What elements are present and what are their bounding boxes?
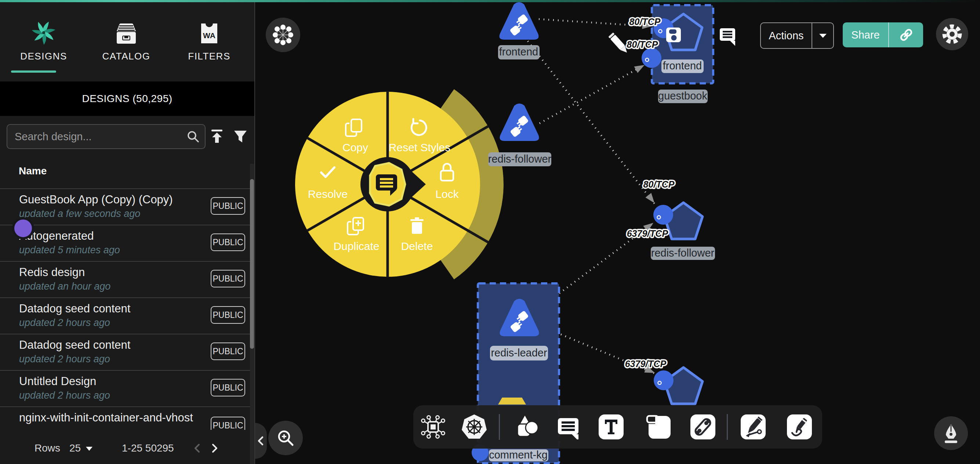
zoom-in-button[interactable] xyxy=(268,421,303,455)
shapes-tool[interactable] xyxy=(511,412,540,442)
tab-designs[interactable]: DESIGNS xyxy=(13,11,75,77)
design-row-4[interactable]: Datadog seed content updated 2 hours ago… xyxy=(0,334,250,371)
search-input[interactable] xyxy=(7,131,181,143)
name-column-header: Name xyxy=(19,165,47,177)
visibility-badge: PUBLIC xyxy=(211,270,245,287)
pen-tool-button[interactable] xyxy=(934,416,968,450)
tab-filters[interactable]: WA FILTERS xyxy=(178,11,240,77)
actions-label[interactable]: Actions xyxy=(761,23,811,48)
node-bottom-deployment[interactable] xyxy=(654,367,703,404)
edge-label-6379tcp-1: 6379/TCP xyxy=(627,228,668,239)
catalog-archive-icon xyxy=(95,11,158,45)
tab-catalog-label: CATALOG xyxy=(95,51,158,62)
wasm-filters-icon: WA xyxy=(178,11,240,45)
search-icon[interactable] xyxy=(181,126,205,148)
rows-label: Rows xyxy=(35,430,60,464)
caret-down-icon xyxy=(818,31,828,40)
redis-follower-deployment-label: redis-follower xyxy=(651,247,714,259)
designs-sidebar: DESIGNS CATALOG WA FILTERS DESIGNS xyxy=(0,2,255,464)
save-state-icon xyxy=(666,27,681,42)
tab-filters-label: FILTERS xyxy=(178,51,240,62)
zoom-in-icon xyxy=(276,428,296,448)
settings-button[interactable] xyxy=(936,18,968,50)
node-comment-yellow[interactable] xyxy=(498,397,526,405)
integration-components-tool[interactable] xyxy=(418,412,448,442)
radial-delete-label[interactable]: Delete xyxy=(401,240,433,252)
design-row-2[interactable]: Redis design updated an hour ago PUBLIC xyxy=(0,261,250,298)
note-card-tool[interactable] xyxy=(644,412,673,442)
design-row-3[interactable]: Datadog seed content updated 2 hours ago… xyxy=(0,297,250,335)
edge-pen-tool[interactable] xyxy=(738,412,768,442)
design-row-5[interactable]: Untitled Design updated 2 hours ago PUBL… xyxy=(0,370,250,407)
import-design-button[interactable] xyxy=(208,126,226,147)
relationship-link-tool[interactable] xyxy=(688,412,718,442)
search-box xyxy=(6,124,205,149)
chip-icon xyxy=(421,415,445,439)
pagination-range: 1-25 50295 xyxy=(122,430,174,464)
text-tool[interactable] xyxy=(597,412,626,442)
kubernetes-components-tool[interactable] xyxy=(460,412,489,442)
radial-reset-styles-label[interactable]: Reset Styles xyxy=(389,141,450,153)
comment-bubble-icon[interactable] xyxy=(720,28,735,46)
copy-link-button[interactable] xyxy=(889,22,923,47)
wa-badge-text: WA xyxy=(203,31,215,40)
radial-lock-label[interactable]: Lock xyxy=(435,188,459,200)
radial-context-menu[interactable]: Copy Reset Styles Lock Delete Duplicate … xyxy=(295,89,504,279)
visibility-badge: PUBLIC xyxy=(211,306,245,324)
top-accent-strip xyxy=(0,0,980,2)
filter-funnel-button[interactable] xyxy=(231,126,250,147)
comment-tool[interactable] xyxy=(554,412,583,442)
chain-link-icon xyxy=(690,414,716,440)
kubernetes-icon xyxy=(461,413,488,440)
radial-copy-label[interactable]: Copy xyxy=(342,141,368,153)
redis-leader-label: redis-leader xyxy=(491,347,547,359)
pen-arrow-icon xyxy=(740,414,766,440)
design-row-0[interactable]: GuestBook App (Copy) (Copy) updated a fe… xyxy=(0,188,250,225)
pencil-cursor-icon xyxy=(608,32,630,55)
edge-label-6379tcp-2: 6379/TCP xyxy=(625,359,667,369)
actions-dropdown-toggle[interactable] xyxy=(812,23,833,48)
rows-per-page-select[interactable]: 25 xyxy=(69,430,95,464)
delete-icon[interactable] xyxy=(410,217,423,234)
note-card-icon xyxy=(646,414,672,440)
share-label[interactable]: Share xyxy=(843,22,888,47)
share-split-button[interactable]: Share xyxy=(843,22,923,47)
frontend-service-label: frontend xyxy=(499,46,538,57)
edge-label-80tcp-3: 80/TCP xyxy=(643,179,675,190)
redis-follower-service-label: redis-follower xyxy=(488,153,552,165)
mesh-cluster-icon xyxy=(272,24,294,46)
actions-split-button[interactable]: Actions xyxy=(760,22,834,49)
shapes-icon xyxy=(512,414,539,440)
next-page-button[interactable] xyxy=(208,430,221,464)
toolbar-divider xyxy=(499,414,500,440)
edge-label-80tcp-1: 80/TCP xyxy=(630,16,661,27)
design-row-1[interactable]: Autogenerated updated 5 minutes ago PUBL… xyxy=(0,225,250,262)
comment-node-label: comment-kg xyxy=(489,449,547,461)
freehand-draw-tool[interactable] xyxy=(785,412,814,442)
guestbook-group-label: guestbook xyxy=(658,90,707,102)
comment-icon xyxy=(556,415,581,439)
meshery-designs-icon xyxy=(13,11,75,45)
node-redis-follower-port[interactable] xyxy=(653,205,673,225)
node-bottom-port[interactable] xyxy=(654,370,673,390)
scrollbar-thumb[interactable] xyxy=(250,179,254,349)
node-redis-follower-service[interactable]: redis-follower xyxy=(488,104,552,166)
visibility-badge: PUBLIC xyxy=(211,233,245,251)
panel-title: DESIGNS (50,295) xyxy=(82,93,172,105)
chevron-left-icon xyxy=(191,442,203,454)
text-icon xyxy=(598,414,624,440)
radial-resolve-label[interactable]: Resolve xyxy=(308,188,348,200)
visibility-badge: PUBLIC xyxy=(211,343,245,360)
avatar xyxy=(12,217,34,239)
mesh-overview-button[interactable] xyxy=(266,18,300,52)
node-frontend-service[interactable]: frontend xyxy=(498,2,539,59)
canvas-toolbar xyxy=(413,405,822,448)
chevron-down-icon xyxy=(84,443,95,454)
tab-catalog[interactable]: CATALOG xyxy=(95,11,158,77)
radial-duplicate-label[interactable]: Duplicate xyxy=(333,240,379,252)
prev-page-button[interactable] xyxy=(191,430,203,464)
node-frontend-port-80b[interactable] xyxy=(641,48,662,68)
active-tab-underline xyxy=(11,70,56,73)
link-icon xyxy=(898,26,915,43)
toolbar-divider xyxy=(727,414,728,440)
